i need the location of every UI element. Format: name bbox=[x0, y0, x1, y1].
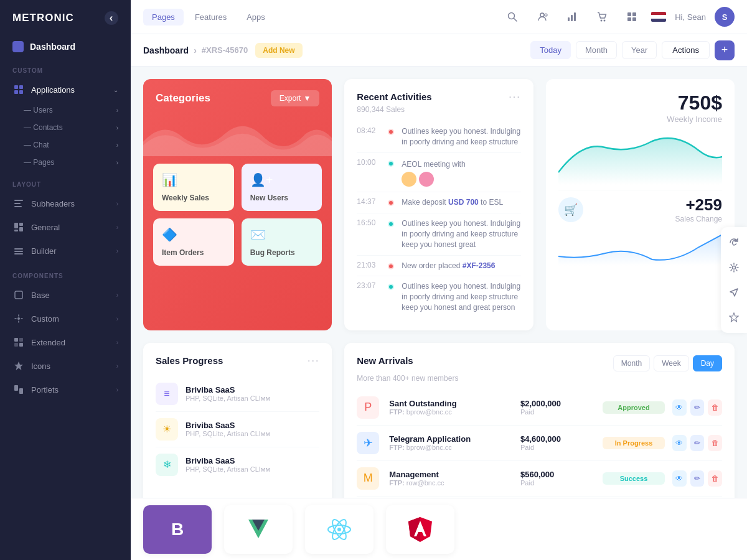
arr-tab-month[interactable]: Month bbox=[613, 355, 650, 371]
portlets-arrow: › bbox=[116, 386, 118, 393]
tech-react[interactable] bbox=[305, 505, 374, 554]
svg-point-15 bbox=[17, 317, 20, 320]
users-icon-button[interactable] bbox=[532, 6, 553, 27]
add-new-button[interactable]: Add New bbox=[255, 43, 302, 58]
sidebar-sub-chat[interactable]: — Chat › bbox=[0, 136, 131, 154]
sidebar-item-base[interactable]: Base › bbox=[0, 283, 131, 307]
breadcrumb-dashboard: Dashboard bbox=[143, 45, 189, 55]
export-button[interactable]: Export ▼ bbox=[271, 90, 320, 106]
activity-item-5: 21:03 New order placed #XF-2356 bbox=[357, 256, 520, 277]
chart-icon-button[interactable] bbox=[561, 6, 583, 27]
arrival-view-1[interactable]: 👁 bbox=[672, 399, 687, 416]
sales-progress-menu[interactable]: ··· bbox=[308, 355, 319, 366]
sidebar-item-subheaders[interactable]: Subheaders › bbox=[0, 192, 131, 215]
sidebar-sub-users[interactable]: — Users › bbox=[0, 101, 131, 119]
arrival-row-3: M Management FTP: row@bnc.cc $560,000 Pa… bbox=[357, 461, 722, 497]
sidebar-dashboard-item[interactable]: Dashboard bbox=[0, 36, 131, 57]
arrival-edit-1[interactable]: ✏ bbox=[690, 399, 705, 416]
progress-icon-2: ☀ bbox=[156, 418, 178, 441]
add-button[interactable]: + bbox=[715, 40, 735, 60]
right-send-icon[interactable] bbox=[725, 283, 743, 302]
tech-vue[interactable] bbox=[224, 505, 293, 554]
base-label: Base bbox=[31, 291, 110, 300]
year-button[interactable]: Year bbox=[622, 41, 657, 59]
sidebar-sub-pages[interactable]: — Pages › bbox=[0, 154, 131, 171]
income-divider bbox=[558, 190, 722, 190]
user-avatar[interactable]: S bbox=[715, 7, 735, 27]
tab-pages[interactable]: Pages bbox=[143, 9, 184, 26]
right-gear-icon[interactable] bbox=[725, 258, 743, 277]
sidebar-item-applications[interactable]: Applications ⌄ bbox=[0, 78, 131, 101]
breadcrumb-id: #XRS-45670 bbox=[202, 45, 248, 55]
category-weekly-sales[interactable]: 📊 Weekly Sales bbox=[153, 164, 234, 211]
base-icon bbox=[12, 289, 25, 301]
sub-chat-label: — Chat bbox=[24, 141, 49, 149]
tab-features[interactable]: Features bbox=[186, 9, 235, 26]
sidebar-sub-contacts[interactable]: — Contacts › bbox=[0, 119, 131, 136]
income-label: Weekly Income bbox=[558, 114, 722, 124]
tech-angular[interactable] bbox=[386, 505, 454, 554]
category-new-users[interactable]: 👤+ New Users bbox=[242, 164, 322, 211]
arr-tab-day[interactable]: Day bbox=[693, 355, 722, 371]
arrival-edit-2[interactable]: ✏ bbox=[690, 435, 705, 451]
sidebar-item-portlets[interactable]: Portlets › bbox=[0, 378, 131, 401]
month-button[interactable]: Month bbox=[576, 41, 617, 59]
sidebar-item-icons[interactable]: Icons › bbox=[0, 354, 131, 378]
breadcrumb: Dashboard › #XRS-45670 bbox=[143, 45, 248, 55]
right-star-icon[interactable] bbox=[725, 308, 743, 327]
sidebar-item-custom[interactable]: Custom › bbox=[0, 307, 131, 330]
activities-menu[interactable]: ··· bbox=[509, 91, 520, 103]
activities-card: Recent Activities ··· 890,344 Sales 08:4… bbox=[344, 79, 533, 330]
search-icon-button[interactable] bbox=[502, 6, 523, 27]
tab-apps[interactable]: Apps bbox=[238, 9, 274, 26]
sidebar-item-builder[interactable]: Builder › bbox=[0, 239, 131, 263]
item-orders-icon: 🔷 bbox=[162, 227, 225, 242]
sidebar-collapse-button[interactable]: ‹ bbox=[105, 11, 118, 25]
sidebar: METRONIC ‹ Dashboard CUSTOM Applications… bbox=[0, 0, 131, 560]
arrival-delete-1[interactable]: 🗑 bbox=[708, 399, 722, 416]
categories-card: Categories Export ▼ 📊 Weekly Sales 👤+ Ne bbox=[143, 79, 332, 330]
activity-dot-1 bbox=[388, 129, 394, 135]
today-button[interactable]: Today bbox=[530, 41, 571, 59]
new-users-label: New Users bbox=[250, 194, 314, 202]
grid-icon-button[interactable] bbox=[621, 6, 642, 27]
svg-rect-32 bbox=[627, 12, 631, 16]
tech-bootstrap[interactable]: B bbox=[143, 505, 212, 554]
arrivals-title: New Arrivals bbox=[357, 355, 413, 366]
arrival-logo-3: M bbox=[357, 467, 379, 490]
shopping-icon-button[interactable] bbox=[591, 6, 613, 27]
actions-button[interactable]: Actions bbox=[662, 41, 710, 59]
arrival-delete-2[interactable]: 🗑 bbox=[708, 435, 722, 451]
sidebar-item-general[interactable]: General › bbox=[0, 215, 131, 239]
sidebar-item-extended[interactable]: Extended › bbox=[0, 330, 131, 354]
activity-content-2: AEOL meeting with bbox=[402, 158, 520, 187]
extended-icon bbox=[12, 336, 25, 348]
arrival-delete-3[interactable]: 🗑 bbox=[708, 470, 722, 487]
svg-rect-1 bbox=[19, 85, 23, 89]
arr-tab-week[interactable]: Week bbox=[654, 355, 688, 371]
svg-rect-6 bbox=[14, 206, 22, 207]
item-orders-label: Item Orders bbox=[162, 248, 225, 257]
arrival-edit-3[interactable]: ✏ bbox=[690, 470, 705, 487]
arrival-status-label-1: Paid bbox=[520, 408, 595, 416]
arrival-view-2[interactable]: 👁 bbox=[672, 435, 687, 451]
arrival-view-3[interactable]: 👁 bbox=[672, 470, 687, 487]
category-item-orders[interactable]: 🔷 Item Orders bbox=[153, 218, 234, 266]
activity-item-1: 08:42 Outlines keep you honest. Indulgin… bbox=[357, 121, 520, 153]
arrival-status-2: In Progress bbox=[603, 437, 665, 449]
svg-rect-16 bbox=[14, 338, 18, 342]
category-bug-reports[interactable]: ✉️ Bug Reports bbox=[242, 218, 322, 266]
right-refresh-icon[interactable] bbox=[725, 233, 743, 252]
svg-rect-27 bbox=[568, 17, 570, 21]
progress-name-1: Briviba SaaS bbox=[186, 385, 319, 394]
activity-item-2: 10:00 AEOL meeting with bbox=[357, 153, 520, 193]
progress-icon-3: ❄ bbox=[156, 454, 178, 476]
categories-grid: 📊 Weekly Sales 👤+ New Users 🔷 Item Order… bbox=[143, 156, 332, 276]
income-bottom: 🛒 +259 Sales Change bbox=[558, 195, 722, 223]
subheader-right: Today Month Year Actions + bbox=[530, 40, 735, 60]
language-flag[interactable] bbox=[651, 12, 666, 22]
svg-point-30 bbox=[601, 20, 603, 22]
arrival-status-1: Approved bbox=[603, 401, 665, 414]
svg-rect-10 bbox=[14, 230, 18, 231]
activity-text-3: Make deposit USD 700 to ESL bbox=[402, 197, 503, 208]
